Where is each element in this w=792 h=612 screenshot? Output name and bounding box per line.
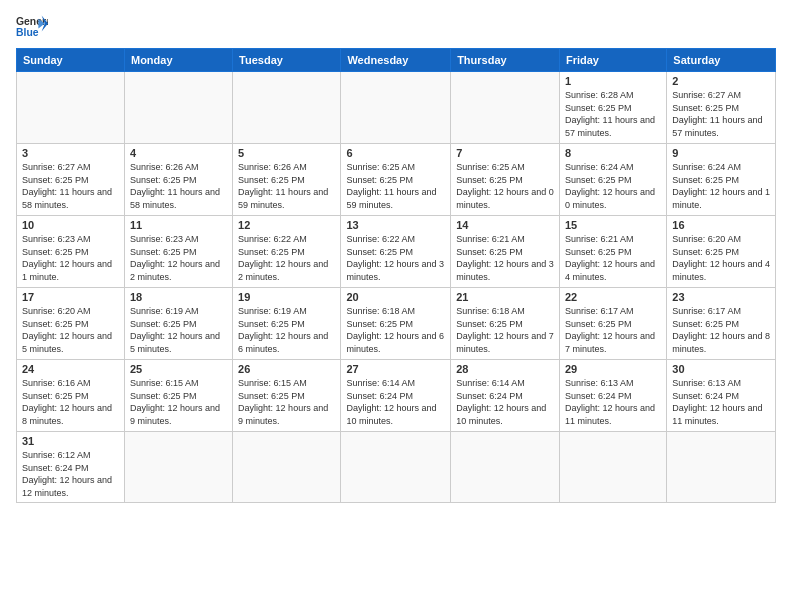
calendar-cell: 25Sunrise: 6:15 AM Sunset: 6:25 PM Dayli… xyxy=(124,360,232,432)
day-info: Sunrise: 6:13 AM Sunset: 6:24 PM Dayligh… xyxy=(672,377,770,427)
day-info: Sunrise: 6:21 AM Sunset: 6:25 PM Dayligh… xyxy=(565,233,661,283)
day-number: 27 xyxy=(346,363,445,375)
day-number: 22 xyxy=(565,291,661,303)
day-number: 8 xyxy=(565,147,661,159)
calendar-cell: 24Sunrise: 6:16 AM Sunset: 6:25 PM Dayli… xyxy=(17,360,125,432)
day-number: 31 xyxy=(22,435,119,447)
calendar-cell: 6Sunrise: 6:25 AM Sunset: 6:25 PM Daylig… xyxy=(341,144,451,216)
calendar-cell: 9Sunrise: 6:24 AM Sunset: 6:25 PM Daylig… xyxy=(667,144,776,216)
day-info: Sunrise: 6:14 AM Sunset: 6:24 PM Dayligh… xyxy=(456,377,554,427)
day-number: 17 xyxy=(22,291,119,303)
day-number: 9 xyxy=(672,147,770,159)
day-number: 7 xyxy=(456,147,554,159)
generalblue-logo-icon: General Blue xyxy=(16,12,48,40)
day-info: Sunrise: 6:18 AM Sunset: 6:25 PM Dayligh… xyxy=(456,305,554,355)
calendar-cell: 20Sunrise: 6:18 AM Sunset: 6:25 PM Dayli… xyxy=(341,288,451,360)
col-header-wednesday: Wednesday xyxy=(341,49,451,72)
col-header-tuesday: Tuesday xyxy=(233,49,341,72)
day-number: 2 xyxy=(672,75,770,87)
day-number: 24 xyxy=(22,363,119,375)
day-info: Sunrise: 6:13 AM Sunset: 6:24 PM Dayligh… xyxy=(565,377,661,427)
calendar-cell: 22Sunrise: 6:17 AM Sunset: 6:25 PM Dayli… xyxy=(559,288,666,360)
week-row-4: 17Sunrise: 6:20 AM Sunset: 6:25 PM Dayli… xyxy=(17,288,776,360)
calendar-table: SundayMondayTuesdayWednesdayThursdayFrid… xyxy=(16,48,776,503)
calendar-cell: 10Sunrise: 6:23 AM Sunset: 6:25 PM Dayli… xyxy=(17,216,125,288)
day-number: 20 xyxy=(346,291,445,303)
logo: General Blue xyxy=(16,12,48,40)
day-number: 1 xyxy=(565,75,661,87)
calendar-cell: 29Sunrise: 6:13 AM Sunset: 6:24 PM Dayli… xyxy=(559,360,666,432)
day-number: 11 xyxy=(130,219,227,231)
day-number: 30 xyxy=(672,363,770,375)
day-number: 10 xyxy=(22,219,119,231)
calendar-cell: 11Sunrise: 6:23 AM Sunset: 6:25 PM Dayli… xyxy=(124,216,232,288)
day-info: Sunrise: 6:19 AM Sunset: 6:25 PM Dayligh… xyxy=(130,305,227,355)
day-number: 26 xyxy=(238,363,335,375)
day-info: Sunrise: 6:17 AM Sunset: 6:25 PM Dayligh… xyxy=(565,305,661,355)
day-info: Sunrise: 6:20 AM Sunset: 6:25 PM Dayligh… xyxy=(672,233,770,283)
calendar-cell: 26Sunrise: 6:15 AM Sunset: 6:25 PM Dayli… xyxy=(233,360,341,432)
day-info: Sunrise: 6:25 AM Sunset: 6:25 PM Dayligh… xyxy=(456,161,554,211)
calendar-cell xyxy=(124,432,232,503)
day-number: 23 xyxy=(672,291,770,303)
day-info: Sunrise: 6:27 AM Sunset: 6:25 PM Dayligh… xyxy=(22,161,119,211)
day-info: Sunrise: 6:19 AM Sunset: 6:25 PM Dayligh… xyxy=(238,305,335,355)
day-number: 25 xyxy=(130,363,227,375)
day-info: Sunrise: 6:17 AM Sunset: 6:25 PM Dayligh… xyxy=(672,305,770,355)
calendar-cell: 23Sunrise: 6:17 AM Sunset: 6:25 PM Dayli… xyxy=(667,288,776,360)
day-info: Sunrise: 6:24 AM Sunset: 6:25 PM Dayligh… xyxy=(565,161,661,211)
calendar-cell: 1Sunrise: 6:28 AM Sunset: 6:25 PM Daylig… xyxy=(559,72,666,144)
day-number: 14 xyxy=(456,219,554,231)
day-number: 3 xyxy=(22,147,119,159)
day-info: Sunrise: 6:23 AM Sunset: 6:25 PM Dayligh… xyxy=(130,233,227,283)
day-info: Sunrise: 6:22 AM Sunset: 6:25 PM Dayligh… xyxy=(238,233,335,283)
calendar-cell xyxy=(451,72,560,144)
day-number: 15 xyxy=(565,219,661,231)
calendar-page: General Blue SundayMondayTuesdayWednesda… xyxy=(0,0,792,612)
calendar-cell xyxy=(17,72,125,144)
day-number: 21 xyxy=(456,291,554,303)
day-info: Sunrise: 6:15 AM Sunset: 6:25 PM Dayligh… xyxy=(238,377,335,427)
calendar-cell: 18Sunrise: 6:19 AM Sunset: 6:25 PM Dayli… xyxy=(124,288,232,360)
calendar-cell: 19Sunrise: 6:19 AM Sunset: 6:25 PM Dayli… xyxy=(233,288,341,360)
calendar-cell xyxy=(667,432,776,503)
day-number: 12 xyxy=(238,219,335,231)
day-number: 29 xyxy=(565,363,661,375)
day-number: 13 xyxy=(346,219,445,231)
header: General Blue xyxy=(16,12,776,40)
calendar-cell xyxy=(451,432,560,503)
col-header-saturday: Saturday xyxy=(667,49,776,72)
col-header-sunday: Sunday xyxy=(17,49,125,72)
week-row-5: 24Sunrise: 6:16 AM Sunset: 6:25 PM Dayli… xyxy=(17,360,776,432)
day-number: 5 xyxy=(238,147,335,159)
calendar-cell: 28Sunrise: 6:14 AM Sunset: 6:24 PM Dayli… xyxy=(451,360,560,432)
day-info: Sunrise: 6:15 AM Sunset: 6:25 PM Dayligh… xyxy=(130,377,227,427)
day-info: Sunrise: 6:21 AM Sunset: 6:25 PM Dayligh… xyxy=(456,233,554,283)
calendar-cell xyxy=(233,432,341,503)
calendar-cell: 3Sunrise: 6:27 AM Sunset: 6:25 PM Daylig… xyxy=(17,144,125,216)
calendar-cell xyxy=(341,72,451,144)
day-info: Sunrise: 6:26 AM Sunset: 6:25 PM Dayligh… xyxy=(238,161,335,211)
day-number: 16 xyxy=(672,219,770,231)
col-header-friday: Friday xyxy=(559,49,666,72)
day-info: Sunrise: 6:28 AM Sunset: 6:25 PM Dayligh… xyxy=(565,89,661,139)
week-row-3: 10Sunrise: 6:23 AM Sunset: 6:25 PM Dayli… xyxy=(17,216,776,288)
day-info: Sunrise: 6:27 AM Sunset: 6:25 PM Dayligh… xyxy=(672,89,770,139)
calendar-cell: 30Sunrise: 6:13 AM Sunset: 6:24 PM Dayli… xyxy=(667,360,776,432)
col-header-thursday: Thursday xyxy=(451,49,560,72)
calendar-cell: 16Sunrise: 6:20 AM Sunset: 6:25 PM Dayli… xyxy=(667,216,776,288)
calendar-header-row: SundayMondayTuesdayWednesdayThursdayFrid… xyxy=(17,49,776,72)
day-info: Sunrise: 6:22 AM Sunset: 6:25 PM Dayligh… xyxy=(346,233,445,283)
svg-text:Blue: Blue xyxy=(16,27,39,38)
calendar-cell: 8Sunrise: 6:24 AM Sunset: 6:25 PM Daylig… xyxy=(559,144,666,216)
day-info: Sunrise: 6:26 AM Sunset: 6:25 PM Dayligh… xyxy=(130,161,227,211)
calendar-cell xyxy=(559,432,666,503)
day-number: 18 xyxy=(130,291,227,303)
calendar-cell: 27Sunrise: 6:14 AM Sunset: 6:24 PM Dayli… xyxy=(341,360,451,432)
day-info: Sunrise: 6:23 AM Sunset: 6:25 PM Dayligh… xyxy=(22,233,119,283)
calendar-cell: 12Sunrise: 6:22 AM Sunset: 6:25 PM Dayli… xyxy=(233,216,341,288)
day-info: Sunrise: 6:25 AM Sunset: 6:25 PM Dayligh… xyxy=(346,161,445,211)
col-header-monday: Monday xyxy=(124,49,232,72)
day-info: Sunrise: 6:20 AM Sunset: 6:25 PM Dayligh… xyxy=(22,305,119,355)
calendar-cell: 5Sunrise: 6:26 AM Sunset: 6:25 PM Daylig… xyxy=(233,144,341,216)
